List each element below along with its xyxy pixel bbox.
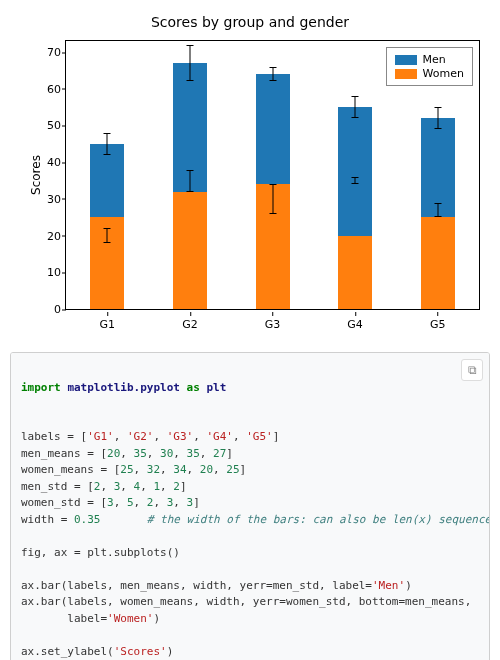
- bar-men: [338, 107, 372, 235]
- legend-swatch-men: [395, 55, 417, 65]
- bar-women: [338, 236, 372, 309]
- chart-title: Scores by group and gender: [10, 14, 490, 30]
- x-tick: G3: [265, 318, 281, 331]
- x-tick: G5: [430, 318, 446, 331]
- copy-button[interactable]: ⧉: [461, 359, 483, 381]
- legend-entry-women: Women: [395, 67, 464, 80]
- legend-label-women: Women: [423, 67, 464, 80]
- errorbar-women: [189, 45, 190, 82]
- copy-icon: ⧉: [468, 361, 477, 379]
- errorbar-women: [437, 107, 438, 129]
- code-subplots: fig, ax = plt.subplots(): [21, 546, 180, 559]
- code-labels: labels = [: [21, 430, 87, 443]
- code-cell: ⧉import matplotlib.pyplot as plt labels …: [10, 352, 490, 660]
- code-bar2a: ax.bar(labels, women_means, width, yerr=…: [21, 595, 471, 608]
- errorbar-men: [272, 184, 273, 213]
- kw-as: as: [187, 381, 200, 394]
- code-men-std: men_std = [: [21, 480, 94, 493]
- x-tick: G2: [182, 318, 198, 331]
- bar-women: [421, 217, 455, 309]
- legend-entry-men: Men: [395, 53, 464, 66]
- errorbar-men: [437, 203, 438, 218]
- errorbar-women: [355, 96, 356, 118]
- errorbar-men: [107, 228, 108, 243]
- bar-women: [173, 192, 207, 309]
- bar-group: [90, 144, 124, 309]
- errorbar-men: [355, 177, 356, 184]
- legend-swatch-women: [395, 69, 417, 79]
- y-tick: 70: [33, 46, 61, 59]
- bar-men: [256, 74, 290, 184]
- errorbar-women: [272, 67, 273, 82]
- chart-container: Scores by group and gender Scores Men Wo…: [10, 10, 490, 340]
- code-bar2b: label=: [21, 612, 107, 625]
- code-women-std: women_std = [: [21, 496, 107, 509]
- kw-import: import: [21, 381, 61, 394]
- code-comment: # the width of the bars: can also be len…: [147, 513, 490, 526]
- code-bar1: ax.bar(labels, men_means, width, yerr=me…: [21, 579, 372, 592]
- bar-group: [173, 63, 207, 309]
- bar-group: [421, 118, 455, 309]
- y-tick: 50: [33, 119, 61, 132]
- bar-men: [90, 144, 124, 217]
- legend-label-men: Men: [423, 53, 446, 66]
- y-tick: 30: [33, 192, 61, 205]
- y-tick: 10: [33, 266, 61, 279]
- module-name: matplotlib.pyplot: [67, 381, 180, 394]
- alias-plt: plt: [206, 381, 226, 394]
- errorbar-women: [107, 133, 108, 155]
- y-tick: 20: [33, 229, 61, 242]
- code-men-means: men_means = [: [21, 447, 107, 460]
- y-tick: 40: [33, 156, 61, 169]
- y-tick: 0: [33, 303, 61, 316]
- bar-group: [338, 107, 372, 309]
- y-tick: 60: [33, 82, 61, 95]
- x-tick: G4: [347, 318, 363, 331]
- x-tick: G1: [100, 318, 116, 331]
- bar-group: [256, 74, 290, 309]
- legend: Men Women: [386, 47, 473, 86]
- plot-area: Men Women 010203040506070G1G2G3G4G5: [65, 40, 480, 310]
- code-setylabel: ax.set_ylabel(: [21, 645, 114, 658]
- errorbar-men: [189, 170, 190, 192]
- code-women-means: women_means = [: [21, 463, 120, 476]
- code-width: width =: [21, 513, 74, 526]
